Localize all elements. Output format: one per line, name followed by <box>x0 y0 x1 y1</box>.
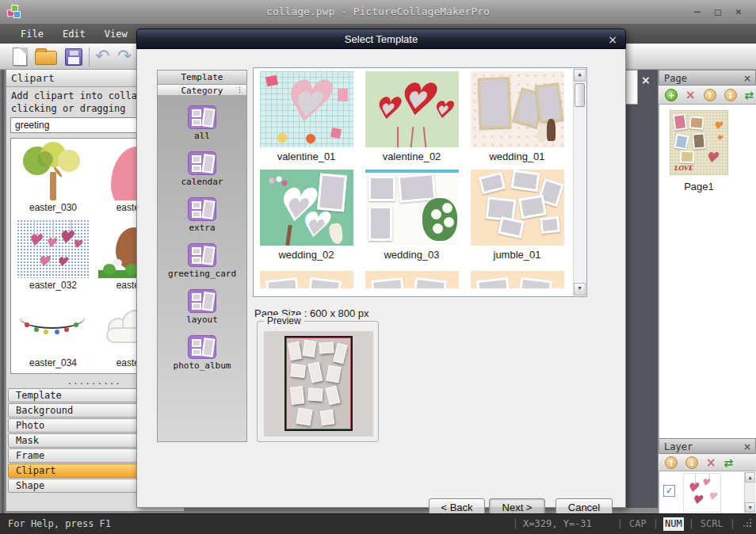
template-item[interactable]: wedding_03 <box>359 170 464 265</box>
page-panel-title: Page <box>664 73 687 84</box>
clipart-label: easter_032 <box>13 278 93 293</box>
menu-view[interactable]: View <box>97 26 136 42</box>
template-item[interactable]: valentine_02 <box>359 71 464 166</box>
clipart-item-selected[interactable]: easter_032 <box>13 218 93 296</box>
caps-lock-indicator: CAP <box>628 514 648 534</box>
menu-edit[interactable]: Edit <box>55 26 94 42</box>
tab-background[interactable]: Background <box>8 403 139 418</box>
template-label: jumble_01 <box>464 246 570 265</box>
category-greeting-card[interactable]: greeting_card <box>158 243 246 279</box>
maximize-icon[interactable]: □ <box>708 0 727 24</box>
tab-clipart[interactable]: Clipart <box>8 463 139 478</box>
dialog-body: Template Category ⋮ all calendar extra <box>136 49 626 508</box>
category-calendar[interactable]: calendar <box>158 151 246 187</box>
category-label: all <box>158 131 246 141</box>
page1-label: Page1 <box>659 181 739 193</box>
document-canvas-edge <box>624 70 638 105</box>
move-layer-down-icon[interactable]: ↓ <box>685 456 698 469</box>
delete-layer-icon[interactable]: × <box>706 456 716 469</box>
template-item[interactable]: wedding_02 <box>254 170 359 265</box>
page1-thumbnail[interactable]: LOVE <box>670 111 727 174</box>
preview-groupbox: Preview <box>257 321 379 442</box>
template-thumb-valentine-01 <box>260 71 353 147</box>
category-all[interactable]: all <box>158 105 246 141</box>
resize-grip[interactable] <box>743 521 751 528</box>
layer-panel-header: Layer × <box>659 438 756 454</box>
template-label: wedding_01 <box>464 147 570 166</box>
template-thumb-wedding-03 <box>365 170 459 246</box>
template-thumb-jumble-01 <box>471 170 564 246</box>
num-lock-indicator: NUM <box>663 517 684 531</box>
template-category-panel: Template Category ⋮ all calendar extra <box>157 70 247 442</box>
open-folder-icon[interactable] <box>35 51 57 65</box>
category-photo-album[interactable]: photo_album <box>158 335 246 371</box>
template-item[interactable]: jumble_01 <box>464 170 570 265</box>
close-icon[interactable]: × <box>729 0 748 24</box>
scrollbar-thumb[interactable] <box>575 83 585 107</box>
category-collage-icon <box>188 335 216 359</box>
clipart-item[interactable]: easter_034 <box>13 296 93 373</box>
cursor-coordinates: X=329, Y=-31 <box>523 514 592 534</box>
tab-photo[interactable]: Photo <box>8 418 139 433</box>
page-list: LOVE Page1 <box>659 105 756 438</box>
category-label: photo_album <box>158 360 246 371</box>
minimize-icon[interactable]: – <box>688 0 707 24</box>
page-panel-close-icon[interactable]: × <box>743 71 751 86</box>
add-page-icon[interactable]: + <box>665 89 678 101</box>
menu-file[interactable]: File <box>13 26 52 42</box>
template-item-partial[interactable] <box>359 268 464 288</box>
undo-icon[interactable]: ↶ <box>95 47 109 66</box>
save-icon[interactable] <box>65 48 82 66</box>
window-title: collage.pwp - PictureCollageMakerPro <box>0 0 756 24</box>
tab-template[interactable]: Template <box>8 388 139 402</box>
template-scrollbar[interactable]: ▲ ▼ <box>573 69 586 296</box>
clipart-thumb-lights-garland <box>17 297 90 356</box>
page-thumb-love-text: LOVE <box>674 164 693 172</box>
move-page-up-icon[interactable]: ↑ <box>704 89 716 101</box>
category-collage-icon <box>188 197 216 221</box>
layer-visibility-checkbox[interactable]: ✓ <box>663 485 675 497</box>
overflow-menu-icon[interactable]: ⋮ <box>236 86 243 93</box>
redo-icon[interactable]: ↷ <box>117 47 132 66</box>
category-label: greeting_card <box>158 269 246 279</box>
layer-list: ✓ ▲ ▼ <box>659 471 756 513</box>
template-item[interactable]: valentine_01 <box>254 71 359 166</box>
layer-thumbnail[interactable] <box>683 473 721 513</box>
tab-shape[interactable]: Shape <box>8 479 139 493</box>
layer-panel-close-icon[interactable]: × <box>743 439 751 455</box>
page-toolbar: + × ↑ ↓ ⇄ <box>659 86 756 105</box>
dialog-close-icon[interactable]: × <box>608 29 617 50</box>
delete-page-icon[interactable]: × <box>685 89 696 101</box>
layer-panel-title: Layer <box>664 441 693 452</box>
new-document-icon[interactable] <box>13 48 27 66</box>
clipart-item[interactable]: easter_030 <box>13 140 93 218</box>
tab-mask[interactable]: Mask <box>8 433 139 448</box>
category-extra[interactable]: extra <box>158 197 246 233</box>
scroll-down-icon[interactable]: ▼ <box>745 502 755 513</box>
scroll-up-icon[interactable]: ▲ <box>574 69 586 82</box>
template-item[interactable]: wedding_01 <box>464 71 570 166</box>
category-list: all calendar extra greeting_card <box>158 96 246 441</box>
workspace-close-icon[interactable]: × <box>641 74 651 86</box>
scroll-up-icon[interactable]: ▲ <box>745 472 755 483</box>
template-item-partial[interactable] <box>254 268 359 288</box>
template-thumb-valentine-02 <box>365 71 459 147</box>
toolbar-separator <box>89 48 90 67</box>
move-page-down-icon[interactable]: ↓ <box>724 89 737 101</box>
dialog-title: Select Template <box>345 33 418 45</box>
left-edge-splitter[interactable] <box>0 70 6 513</box>
scroll-down-icon[interactable]: ▼ <box>574 283 586 296</box>
layer-scrollbar[interactable]: ▲ ▼ <box>744 472 755 513</box>
refresh-layers-icon[interactable]: ⇄ <box>724 456 734 469</box>
move-layer-up-icon[interactable]: ↑ <box>665 456 678 469</box>
layer-toolbar: ↑ ↓ × ⇄ <box>659 454 756 471</box>
category-layout[interactable]: layout <box>158 289 246 325</box>
page-panel-header: Page × <box>659 70 756 86</box>
clipart-label: easter_030 <box>13 200 93 216</box>
status-bar: For Help, press F1 | X=329, Y=-31 | CAP … <box>0 513 756 534</box>
tab-frame[interactable]: Frame <box>8 448 139 463</box>
category-collage-icon <box>188 243 216 267</box>
template-item-partial[interactable] <box>464 268 570 288</box>
select-template-dialog: Select Template × Template Category ⋮ al… <box>136 29 626 508</box>
refresh-pages-icon[interactable]: ⇄ <box>745 89 754 101</box>
